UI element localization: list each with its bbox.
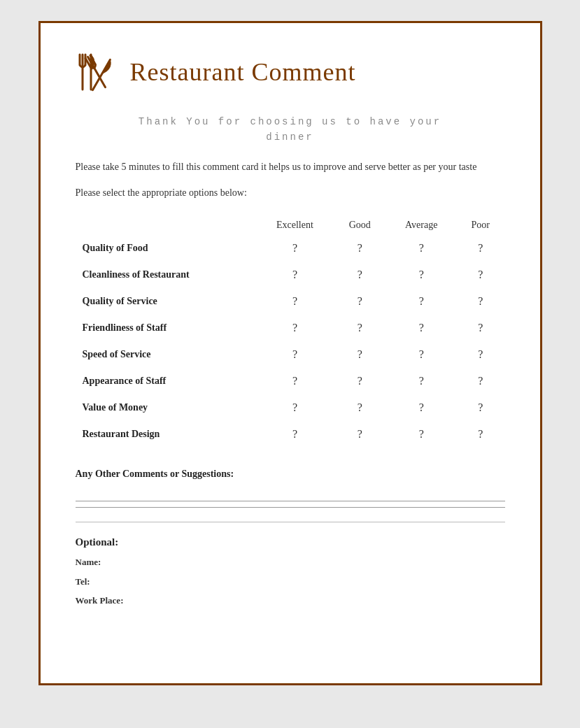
- radio-excellent[interactable]: ?: [257, 341, 333, 368]
- radio-good[interactable]: ?: [333, 262, 387, 288]
- radio-excellent[interactable]: ?: [257, 262, 333, 288]
- radio-excellent[interactable]: ?: [257, 288, 333, 315]
- optional-field: Work Place:: [76, 592, 505, 608]
- radio-excellent[interactable]: ?: [257, 421, 333, 448]
- radio-excellent[interactable]: ?: [257, 315, 333, 341]
- fork-knife-icon: [76, 51, 118, 93]
- col-header-good: Good: [333, 215, 387, 235]
- rating-table: Excellent Good Average Poor Quality of F…: [76, 215, 505, 448]
- page-title: Restaurant Comment: [130, 57, 356, 87]
- row-label[interactable]: Cleanliness of Restaurant: [76, 262, 257, 288]
- comments-section: Any Other Comments or Suggestions:: [76, 469, 505, 508]
- radio-good[interactable]: ?: [333, 368, 387, 394]
- description-text: Please take 5 minutes to fill this comme…: [76, 159, 505, 175]
- thank-you-line2: dinner: [76, 129, 505, 145]
- radio-average[interactable]: ?: [387, 288, 456, 315]
- radio-average[interactable]: ?: [387, 341, 456, 368]
- col-header-excellent: Excellent: [257, 215, 333, 235]
- radio-poor[interactable]: ?: [456, 421, 505, 448]
- row-label[interactable]: Quality of Service: [76, 288, 257, 315]
- table-row: Quality of Food ? ? ? ?: [76, 235, 505, 262]
- col-header-average: Average: [387, 215, 456, 235]
- radio-poor[interactable]: ?: [456, 262, 505, 288]
- optional-title: Optional:: [76, 536, 505, 548]
- row-label[interactable]: Quality of Food: [76, 235, 257, 262]
- comments-line-1: [76, 501, 505, 501]
- table-row: Quality of Service ? ? ? ?: [76, 288, 505, 315]
- radio-good[interactable]: ?: [333, 394, 387, 421]
- table-row: Value of Money ? ? ? ?: [76, 394, 505, 421]
- optional-section: Optional: Name:Tel:Work Place:: [76, 536, 505, 608]
- table-row: Restaurant Design ? ? ? ?: [76, 421, 505, 448]
- radio-good[interactable]: ?: [333, 235, 387, 262]
- section-divider: [76, 522, 505, 522]
- table-row: Friendliness of Staff ? ? ? ?: [76, 315, 505, 341]
- radio-average[interactable]: ?: [387, 421, 456, 448]
- radio-average[interactable]: ?: [387, 262, 456, 288]
- comments-label: Any Other Comments or Suggestions:: [76, 469, 505, 480]
- instruction-text: Please select the appropriate options be…: [76, 187, 505, 199]
- row-label[interactable]: Restaurant Design: [76, 421, 257, 448]
- row-label[interactable]: Speed of Service: [76, 341, 257, 368]
- radio-excellent[interactable]: ?: [257, 235, 333, 262]
- radio-excellent[interactable]: ?: [257, 368, 333, 394]
- optional-field: Tel:: [76, 573, 505, 590]
- page-container: Restaurant Comment Thank You for choosin…: [38, 21, 542, 685]
- row-label[interactable]: Friendliness of Staff: [76, 315, 257, 341]
- thank-you-line1: Thank You for choosing us to have your: [76, 114, 505, 129]
- comments-line-2: [76, 507, 505, 508]
- radio-poor[interactable]: ?: [456, 235, 505, 262]
- header: Restaurant Comment: [76, 51, 505, 93]
- radio-poor[interactable]: ?: [456, 368, 505, 394]
- row-label[interactable]: Value of Money: [76, 394, 257, 421]
- radio-poor[interactable]: ?: [456, 288, 505, 315]
- row-label[interactable]: Appearance of Staff: [76, 368, 257, 394]
- table-row: Appearance of Staff ? ? ? ?: [76, 368, 505, 394]
- col-header-poor: Poor: [456, 215, 505, 235]
- radio-good[interactable]: ?: [333, 341, 387, 368]
- radio-good[interactable]: ?: [333, 288, 387, 315]
- table-row: Speed of Service ? ? ? ?: [76, 341, 505, 368]
- radio-poor[interactable]: ?: [456, 341, 505, 368]
- radio-excellent[interactable]: ?: [257, 394, 333, 421]
- radio-average[interactable]: ?: [387, 368, 456, 394]
- radio-good[interactable]: ?: [333, 421, 387, 448]
- radio-poor[interactable]: ?: [456, 394, 505, 421]
- radio-average[interactable]: ?: [387, 394, 456, 421]
- radio-average[interactable]: ?: [387, 315, 456, 341]
- col-header-label: [76, 215, 257, 235]
- optional-field: Name:: [76, 554, 505, 570]
- radio-poor[interactable]: ?: [456, 315, 505, 341]
- radio-average[interactable]: ?: [387, 235, 456, 262]
- radio-good[interactable]: ?: [333, 315, 387, 341]
- table-row: Cleanliness of Restaurant ? ? ? ?: [76, 262, 505, 288]
- thank-you-text: Thank You for choosing us to have your d…: [76, 114, 505, 145]
